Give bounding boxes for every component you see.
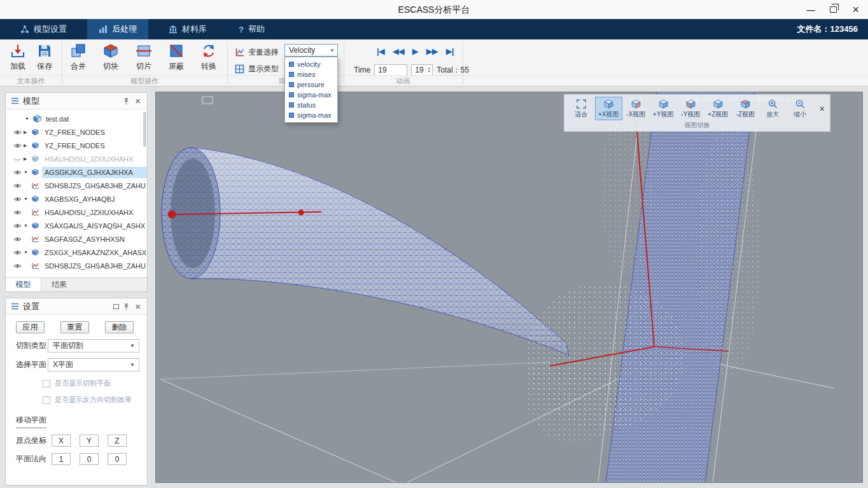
- tree-item[interactable]: SDHSBJZS_GHSABJHB_ZAHU: [6, 259, 147, 272]
- pin-icon[interactable]: [123, 97, 130, 105]
- cut-type-select[interactable]: 平面切割 ▼: [48, 339, 139, 352]
- visibility-eye-icon[interactable]: [13, 249, 24, 256]
- show-cut-plane-checkbox[interactable]: [43, 380, 50, 387]
- visibility-eye-icon[interactable]: [13, 209, 24, 216]
- view-toolbar-close-icon[interactable]: ×: [818, 104, 827, 114]
- caret-right-icon[interactable]: ▶: [24, 157, 32, 162]
- panel-close-icon[interactable]: ×: [134, 301, 142, 312]
- tree-item-label[interactable]: HSAUHDISU_JZXIUXHAHX: [42, 207, 147, 218]
- tab-result[interactable]: 结果: [41, 278, 77, 291]
- slice-button[interactable]: 切片: [129, 43, 158, 72]
- caret-down-icon[interactable]: ▼: [24, 170, 32, 174]
- frame-stepper[interactable]: 19 ▲ ▼: [411, 64, 433, 76]
- tab-model[interactable]: 模型: [6, 278, 41, 291]
- origin-y-field[interactable]: Y: [80, 435, 99, 447]
- normal-x-field[interactable]: 1: [52, 453, 71, 465]
- visibility-eye-icon[interactable]: [13, 143, 24, 149]
- visibility-eye-icon[interactable]: [13, 196, 24, 202]
- spin-down-icon[interactable]: ▼: [426, 70, 432, 73]
- visibility-eye-icon[interactable]: [13, 223, 24, 229]
- tree-item[interactable]: ▼ XSAXGAUS_AISYAQSH_ASHX: [6, 219, 147, 232]
- view-plus-y-button[interactable]: +Y视图: [650, 97, 677, 120]
- variable-select-combobox[interactable]: Velocity ▼: [284, 44, 338, 57]
- tree-item[interactable]: ▶ YZ_FREE_NODES: [6, 125, 147, 139]
- dropdown-option[interactable]: sigma-max: [285, 90, 337, 100]
- dropdown-option[interactable]: mises: [285, 69, 337, 80]
- cut-block-button[interactable]: 切块: [96, 43, 125, 72]
- visibility-eye-icon[interactable]: [13, 129, 24, 136]
- caret-down-icon[interactable]: ▼: [25, 116, 33, 121]
- dropdown-option[interactable]: status: [285, 100, 337, 110]
- delete-button[interactable]: 删除: [105, 321, 134, 333]
- view-plus-x-button[interactable]: +X视图: [595, 97, 622, 120]
- time-input[interactable]: 19: [374, 64, 407, 76]
- tab-help[interactable]: ? 帮助: [227, 19, 276, 39]
- tab-material-library[interactable]: 材料库: [157, 19, 218, 39]
- visibility-eye-icon[interactable]: [13, 169, 24, 176]
- tree-item-label[interactable]: SAGFASGZ_ASYHHXSN: [42, 234, 147, 245]
- tree-item[interactable]: SAGFASGZ_ASYHHXSN: [6, 232, 147, 246]
- normal-y-field[interactable]: 0: [80, 453, 99, 465]
- caret-down-icon[interactable]: ▼: [24, 250, 32, 254]
- close-button[interactable]: ×: [852, 4, 859, 15]
- variable-select-row[interactable]: 变量选择: [235, 47, 279, 58]
- tree-item[interactable]: ▼ ZSXGX_HSAKAZNZXK_AHASX: [6, 246, 147, 259]
- visibility-eye-closed-icon[interactable]: [13, 156, 24, 162]
- visibility-eye-icon[interactable]: [13, 263, 24, 269]
- maximize-button[interactable]: [830, 6, 837, 13]
- 3d-scene[interactable]: [156, 92, 862, 482]
- tree-item-label[interactable]: ZSXGX_HSAKAZNZXK_AHASX: [42, 247, 147, 258]
- mask-button[interactable]: 屏蔽: [162, 43, 191, 72]
- caret-right-icon[interactable]: ▶: [24, 143, 32, 148]
- tree-scrollbar[interactable]: [143, 112, 146, 147]
- skip-end-button[interactable]: ▶|: [446, 46, 454, 56]
- reset-button[interactable]: 重置: [60, 321, 89, 333]
- caret-down-icon[interactable]: ▼: [24, 223, 32, 228]
- panel-close-icon[interactable]: ×: [134, 95, 142, 106]
- tree-item-label[interactable]: XSAXGAUS_AISYAQSH_ASHX: [42, 220, 147, 232]
- tree-item[interactable]: ▶ HSAUHDISU_JZXIUXHAHX: [6, 152, 147, 165]
- tree-item-label[interactable]: AGSGKJKG_GJHXAJKHXA: [42, 167, 147, 178]
- step-forward-button[interactable]: ▶▶: [426, 46, 438, 56]
- display-type-row[interactable]: 显示类型: [235, 64, 279, 74]
- origin-z-field[interactable]: Z: [108, 435, 127, 447]
- tab-model-settings[interactable]: 模型设置: [9, 19, 78, 39]
- tree-item-label[interactable]: SDHSBJZS_GHSABJHB_ZAHU: [42, 260, 147, 272]
- tree-item[interactable]: ▼ AGSGKJKG_GJHXAJKHXA: [6, 165, 147, 179]
- view-fit-button[interactable]: 适合: [568, 97, 595, 120]
- stepper-arrows[interactable]: ▲ ▼: [425, 65, 432, 75]
- step-back-button[interactable]: ◀◀: [393, 46, 404, 56]
- play-button[interactable]: ▶: [412, 46, 418, 56]
- dropdown-option[interactable]: sigma-max: [285, 110, 337, 120]
- view-minus-x-button[interactable]: -X视图: [622, 97, 650, 120]
- origin-x-field[interactable]: X: [52, 435, 71, 447]
- tree-item-label[interactable]: YZ_FREE_NODES: [42, 127, 147, 138]
- tab-post-processing[interactable]: 后处理: [87, 19, 148, 39]
- tree-item[interactable]: SDHSBJZS_GHSABJHB_ZAHU: [6, 179, 147, 192]
- tree-root[interactable]: ▼ test.dat: [6, 112, 147, 125]
- viewport-scene[interactable]: 蓝蓝设计 www.lanlanwork.com 适合 +X视图 -X视图 +Y视: [155, 92, 863, 483]
- caret-right-icon[interactable]: ▶: [24, 130, 32, 135]
- merge-button[interactable]: 合并: [64, 43, 93, 72]
- minimize-button[interactable]: —: [806, 5, 815, 15]
- dropdown-option[interactable]: perssure: [285, 80, 337, 90]
- restore-icon[interactable]: [113, 304, 119, 309]
- pin-icon[interactable]: [123, 303, 130, 310]
- visibility-eye-icon[interactable]: [13, 236, 24, 242]
- convert-button[interactable]: 转换: [194, 43, 223, 72]
- tree-item[interactable]: HSAUHDISU_JZXIUXHAHX: [6, 206, 147, 219]
- apply-button[interactable]: 应用: [16, 321, 45, 333]
- plane-select[interactable]: X平面 ▼: [48, 358, 139, 372]
- caret-down-icon[interactable]: ▼: [24, 197, 32, 201]
- tree-item[interactable]: ▼ XAGBSXG_AYHAQBJ: [6, 192, 147, 206]
- visibility-eye-icon[interactable]: [13, 183, 24, 189]
- load-button[interactable]: 加载: [3, 43, 32, 72]
- tree-item-label[interactable]: YZ_FREE_NODES: [42, 140, 147, 151]
- tree-item-label[interactable]: SDHSBJZS_GHSABJHB_ZAHU: [42, 180, 147, 192]
- skip-start-button[interactable]: |◀: [377, 46, 384, 56]
- normal-z-field[interactable]: 0: [108, 453, 127, 465]
- tree-item[interactable]: ▶ YZ_FREE_NODES: [6, 139, 147, 152]
- tree-root-label[interactable]: test.dat: [43, 113, 147, 125]
- show-reverse-cut-checkbox[interactable]: [43, 396, 50, 404]
- dropdown-option[interactable]: velocity: [285, 59, 337, 69]
